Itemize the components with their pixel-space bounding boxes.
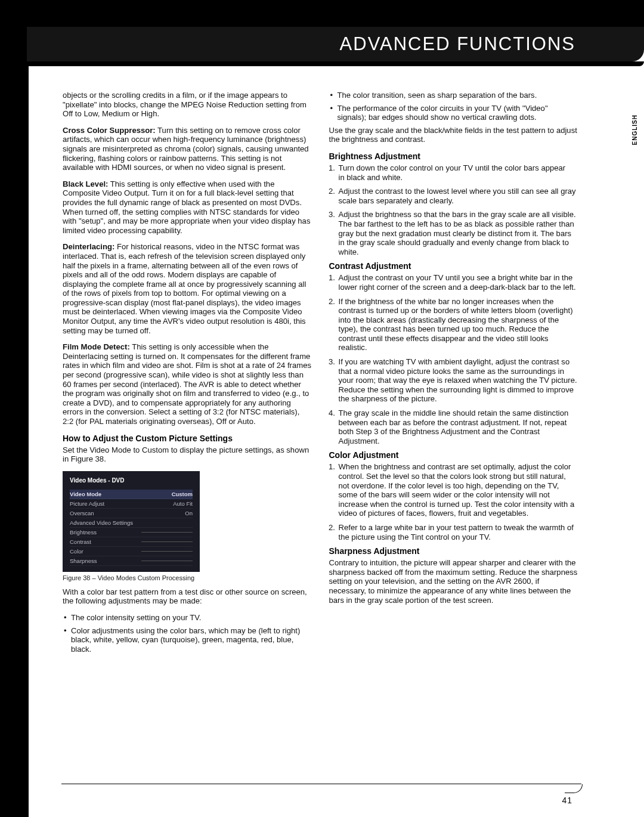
list-item: The gray scale in the middle line should… bbox=[338, 408, 579, 445]
page-title: ADVANCED FUNCTIONS bbox=[340, 33, 575, 55]
figure-row: Contrast bbox=[70, 537, 193, 547]
right-top-bullets: The color transition, seen as sharp sepa… bbox=[329, 91, 579, 122]
figure-38-box: Video Modes - DVD Video ModeCustomPictur… bbox=[63, 471, 200, 572]
figure-title: Video Modes - DVD bbox=[70, 477, 193, 484]
sharpness-para: Contrary to intuition, the picture will … bbox=[329, 558, 579, 605]
color-heading: Color Adjustment bbox=[329, 450, 579, 460]
body-columns: objects or the scrolling credits in a fi… bbox=[63, 91, 578, 657]
sharpness-heading: Sharpness Adjustment bbox=[329, 546, 579, 556]
footer-arc bbox=[565, 784, 583, 793]
page-number: 41 bbox=[562, 796, 572, 805]
list-item: Turn down the color control on your TV u… bbox=[338, 163, 579, 182]
figure-row: OverscanOn bbox=[70, 509, 193, 518]
list-item: When the brightness and contrast are set… bbox=[338, 462, 579, 518]
cross-color-para: Cross Color Suppressor: Turn this settin… bbox=[63, 126, 312, 172]
list-item: The color transition, seen as sharp sepa… bbox=[330, 91, 579, 100]
list-item: If the brightness of the white bar no lo… bbox=[338, 297, 579, 353]
howto-para: Set the Video Mode to Custom to display … bbox=[63, 445, 312, 464]
deinterlacing-para: Deinterlacing: For historical reasons, v… bbox=[63, 242, 312, 335]
left-column: objects or the scrolling credits in a fi… bbox=[63, 91, 312, 657]
figure-row: Picture AdjustAuto Fit bbox=[70, 499, 193, 509]
howto-heading: How to Adjust the Custom Picture Setting… bbox=[63, 434, 312, 443]
figure-row: Sharpness bbox=[70, 556, 193, 566]
list-item: The performance of the color circuits in… bbox=[330, 104, 579, 122]
brightness-heading: Brightness Adjustment bbox=[329, 151, 579, 161]
brightness-list: Turn down the color control on your TV u… bbox=[329, 163, 579, 256]
after-figure-para: With a color bar test pattern from a tes… bbox=[63, 587, 312, 606]
list-item: Refer to a large white bar in your test … bbox=[338, 523, 579, 541]
right-column: The color transition, seen as sharp sepa… bbox=[329, 91, 579, 657]
list-item: Adjust the brightness so that the bars i… bbox=[338, 210, 579, 256]
side-black-bar bbox=[0, 0, 29, 817]
list-item: If you are watching TV with ambient dayl… bbox=[338, 357, 579, 404]
list-item: Color adjustments using the color bars, … bbox=[64, 626, 312, 654]
figure-row: Color bbox=[70, 547, 193, 556]
contrast-heading: Contrast Adjustment bbox=[329, 261, 579, 271]
intro-para: objects or the scrolling credits in a fi… bbox=[63, 91, 312, 119]
figure-row: Video ModeCustom bbox=[70, 490, 193, 499]
list-item: The color intensity setting on your TV. bbox=[64, 613, 312, 623]
figure-row: Advanced Video Settings bbox=[70, 518, 193, 528]
figure-caption: Figure 38 – Video Modes Custom Processin… bbox=[63, 574, 312, 581]
black-level-para: Black Level: This setting is only effect… bbox=[63, 180, 312, 236]
list-item: Adjust the contrast on your TV until you… bbox=[338, 273, 579, 292]
gray-scale-para: Use the gray scale and the black/white f… bbox=[329, 126, 579, 144]
contrast-list: Adjust the contrast on your TV until you… bbox=[329, 273, 579, 445]
list-item: Adjust the contrast to the lowest level … bbox=[338, 187, 579, 205]
left-bullets: The color intensity setting on your TV. … bbox=[63, 613, 312, 654]
film-mode-para: Film Mode Detect: This setting is only a… bbox=[63, 342, 312, 426]
footer-rule bbox=[61, 784, 581, 784]
figure-row: Brightness bbox=[70, 528, 193, 537]
language-tab: ENGLISH bbox=[631, 114, 638, 145]
color-list: When the brightness and contrast are set… bbox=[329, 462, 579, 541]
header: ADVANCED FUNCTIONS bbox=[0, 0, 644, 64]
